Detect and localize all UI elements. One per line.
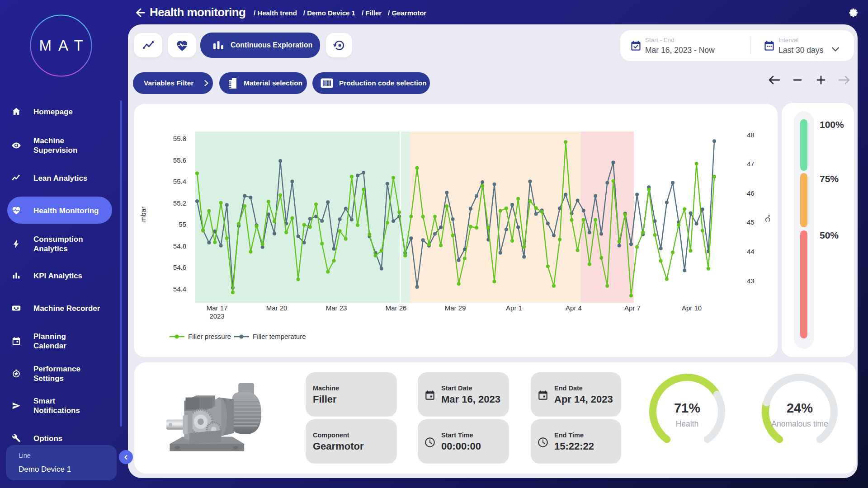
svg-text:Mar 17: Mar 17: [207, 304, 228, 312]
svg-text:48: 48: [747, 131, 755, 139]
svg-text:2023: 2023: [209, 312, 224, 320]
svg-text:Mar 20: Mar 20: [266, 304, 288, 312]
svg-text:mbar: mbar: [139, 206, 147, 222]
svg-text:Filler pressure: Filler pressure: [188, 333, 231, 340]
svg-text:°C: °C: [764, 215, 772, 222]
svg-text:54.6: 54.6: [173, 263, 186, 271]
svg-text:46: 46: [747, 189, 755, 197]
svg-text:Mar 23: Mar 23: [326, 304, 347, 312]
svg-text:43: 43: [747, 277, 755, 285]
svg-text:47: 47: [747, 160, 755, 168]
svg-text:54.4: 54.4: [173, 285, 186, 293]
svg-text:Apr 1: Apr 1: [506, 304, 522, 312]
svg-text:Apr 4: Apr 4: [566, 304, 582, 312]
svg-text:55.4: 55.4: [173, 178, 186, 185]
svg-text:55.2: 55.2: [173, 199, 186, 207]
svg-text:Apr 7: Apr 7: [624, 304, 641, 312]
svg-text:55.8: 55.8: [173, 135, 186, 142]
svg-text:44: 44: [747, 248, 755, 255]
svg-text:Filler temperature: Filler temperature: [253, 333, 306, 340]
svg-text:55: 55: [179, 221, 186, 228]
svg-text:Apr 10: Apr 10: [682, 304, 702, 312]
svg-text:54.8: 54.8: [173, 242, 186, 250]
svg-text:55.6: 55.6: [173, 156, 186, 164]
svg-text:45: 45: [747, 218, 755, 226]
svg-text:Mar 26: Mar 26: [386, 304, 407, 312]
svg-text:Mar 29: Mar 29: [445, 304, 466, 312]
